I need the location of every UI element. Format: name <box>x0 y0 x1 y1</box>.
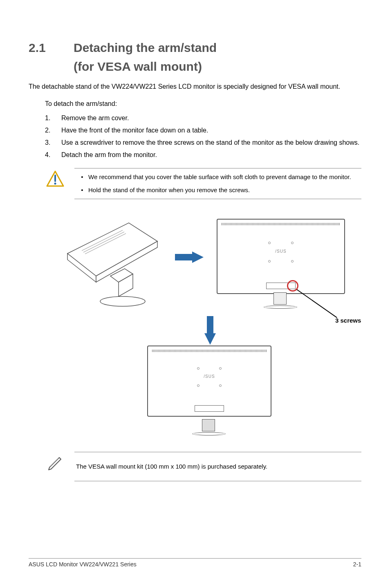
caution-note-1: •We recommend that you cover the table s… <box>76 173 360 182</box>
page-footer: ASUS LCD Monitor VW224/VW221 Series 2-1 <box>29 558 361 568</box>
screws-label: 3 screws <box>335 317 361 324</box>
section-title-line1: Detaching the arm/stand <box>74 41 217 55</box>
svg-point-8 <box>100 296 145 306</box>
svg-point-2 <box>54 183 56 185</box>
monitor-back-view-detached: /SUS <box>147 346 271 417</box>
caution-icon <box>45 168 65 189</box>
step-3: 3.Use a screwdriver to remove the three … <box>45 138 361 148</box>
subheading: To detach the arm/stand: <box>45 100 361 108</box>
arrow-right-icon <box>192 251 204 263</box>
footer-right: 2-1 <box>353 561 361 568</box>
monitor-isometric-view <box>57 215 164 313</box>
caution-box: •We recommend that you cover the table s… <box>45 168 361 199</box>
footer-left: ASUS LCD Monitor VW224/VW221 Series <box>29 561 137 568</box>
page: 2.1Detaching the arm/stand (for VESA wal… <box>0 0 390 588</box>
intro-paragraph: The detachable stand of the VW224/VW221 … <box>29 82 361 91</box>
section-heading: 2.1Detaching the arm/stand (for VESA wal… <box>29 41 361 74</box>
diagram: /SUS 3 screws /SUS <box>53 211 361 440</box>
step-2: 2.Have the front of the monitor face dow… <box>45 126 361 135</box>
info-content: The VESA wall mount kit (100 mm x 100 mm… <box>74 452 361 481</box>
note-icon <box>45 452 65 472</box>
monitor-stand-top <box>264 292 296 309</box>
info-box: The VESA wall mount kit (100 mm x 100 mm… <box>45 452 361 481</box>
caution-content: •We recommend that you cover the table s… <box>74 168 361 199</box>
step-1: 1.Remove the arm cover. <box>45 113 361 123</box>
info-text: The VESA wall mount kit (100 mm x 100 mm… <box>76 463 267 470</box>
section-number: 2.1 <box>29 41 74 55</box>
section-title-line2: (for VESA wall mount) <box>74 60 361 74</box>
monitor-stand-detached <box>192 419 225 435</box>
caution-note-2: •Hold the stand of the monitor when you … <box>76 186 360 195</box>
arrow-down-icon <box>204 333 216 345</box>
step-4: 4.Detach the arm from the monitor. <box>45 150 361 160</box>
steps-list: 1.Remove the arm cover. 2.Have the front… <box>45 113 361 160</box>
monitor-back-view-with-stand: /SUS <box>217 219 345 294</box>
